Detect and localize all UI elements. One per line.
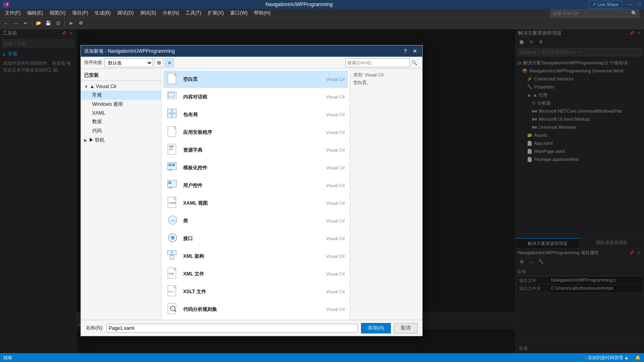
dialog-toolbar: 排序依据: 默认值 ⊞ ≡ 🔍 xyxy=(81,57,422,69)
cancel-button[interactable]: 取消 xyxy=(394,323,417,333)
maximize-button[interactable]: □ xyxy=(638,2,641,7)
toolbar-separator xyxy=(32,20,32,27)
dialog-close-button[interactable]: ✕ xyxy=(411,47,419,55)
template-content-dialog[interactable]: 内容对话框 Visual C# xyxy=(163,88,348,106)
filename-input[interactable] xyxy=(107,324,358,333)
xaml-view-name: XAML 视图 xyxy=(183,200,208,207)
add-button[interactable]: 添加(A) xyxy=(361,323,391,333)
svg-rect-9 xyxy=(172,109,176,113)
status-bar: 就绪 ↑ 添加到源代码管理 ▲ 🔔 xyxy=(0,353,644,362)
save-button[interactable]: 💾 xyxy=(44,19,53,28)
undo-button[interactable]: ↩ xyxy=(21,19,30,28)
xaml-view-icon: XAML xyxy=(166,197,179,210)
svg-rect-15 xyxy=(169,146,174,147)
app-installer-type: Visual C# xyxy=(326,130,345,135)
nav-visual-csharp[interactable]: ▼ ▲ Visual C# xyxy=(81,82,161,90)
xml-schema-icon xyxy=(166,250,179,263)
menu-tools[interactable]: 工具(T) xyxy=(182,9,204,17)
list-view-button[interactable]: ≡ xyxy=(165,58,174,67)
forward-button[interactable]: → xyxy=(11,19,20,28)
svg-rect-35 xyxy=(170,255,174,259)
nav-xaml[interactable]: XAML xyxy=(81,109,161,117)
toolbar-separator-2 xyxy=(64,20,65,27)
dialog-help-button[interactable]: ? xyxy=(401,47,409,55)
templated-control-icon: C# xyxy=(166,161,179,174)
nav-online[interactable]: ▶ ▶ 联机 xyxy=(81,136,161,145)
save-all-button[interactable]: ⊡ xyxy=(54,19,62,28)
class-icon: C# xyxy=(166,214,179,227)
pack-layout-type: Visual C# xyxy=(326,112,345,117)
dialog-title: 添加新项 - NavigationInUWPProgramming xyxy=(84,48,175,55)
template-user-control[interactable]: C# 用户控件 Visual C# xyxy=(163,177,348,194)
grid-view-button[interactable]: ⊞ xyxy=(155,58,163,67)
nav-common-label: 常规 xyxy=(92,92,102,99)
template-templated-control[interactable]: C# 模板化控件 Visual C# xyxy=(163,159,348,177)
toolbar: ← → ↩ 📂 💾 ⊡ ▶ ⚙ xyxy=(0,18,644,29)
desc-type-label: 类型: Visual C# xyxy=(353,72,419,78)
nav-data[interactable]: 数据 xyxy=(81,117,161,126)
minimize-button[interactable]: ─ xyxy=(629,2,632,7)
xaml-view-type: Visual C# xyxy=(326,201,345,206)
menu-bar: 文件(F) 编辑(E) 视图(V) 项目(P) 生成(B) 调试(D) 测试(S… xyxy=(0,9,644,18)
dialog-search-input[interactable] xyxy=(345,58,410,67)
menu-debug[interactable]: 调试(D) xyxy=(114,9,137,17)
svg-rect-11 xyxy=(172,114,176,118)
menu-window[interactable]: 窗口(W) xyxy=(227,9,251,17)
svg-marker-0 xyxy=(4,3,6,6)
template-xaml-view[interactable]: XAML XAML 视图 Visual C# xyxy=(163,194,348,212)
menu-view[interactable]: 视图(V) xyxy=(46,9,69,17)
blank-page-icon xyxy=(166,73,179,86)
back-button[interactable]: ← xyxy=(2,19,10,28)
template-code-analysis[interactable]: ? 代码分析规则集 Visual C# xyxy=(163,300,348,318)
dialog-body: 已安装 ▼ ▲ Visual C# 常规 Windows 通用 XAML xyxy=(81,69,422,320)
template-pack-layout[interactable]: 包布局 Visual C# xyxy=(163,106,348,123)
nav-code[interactable]: 代码 xyxy=(81,126,161,136)
dialog-overlay: 添加新项 - NavigationInUWPProgramming ? ✕ 排序… xyxy=(0,29,644,353)
menu-file[interactable]: 文件(F) xyxy=(2,9,24,17)
settings-btn[interactable]: ⚙ xyxy=(76,19,85,28)
svg-text:XAML: XAML xyxy=(169,202,176,204)
templated-control-name: 模板化控件 xyxy=(183,165,207,171)
template-blank-page[interactable]: 空白页 Visual C# xyxy=(163,70,348,88)
nav-windows-universal-label: Windows 通用 xyxy=(92,101,123,108)
menu-extensions[interactable]: 扩展(X) xyxy=(204,9,227,17)
start-button[interactable]: ▶ xyxy=(67,19,76,28)
menu-project[interactable]: 项目(P) xyxy=(69,9,91,17)
live-share-button[interactable]: ↗ Live Share xyxy=(588,1,622,8)
live-share-icon: ↗ xyxy=(592,2,596,7)
open-button[interactable]: 📂 xyxy=(34,19,43,28)
menu-help[interactable]: 帮助(H) xyxy=(251,9,274,17)
template-interface[interactable]: I 接口 Visual C# xyxy=(163,230,348,247)
menu-test[interactable]: 测试(S) xyxy=(137,9,159,17)
template-list: 空白页 Visual C# xyxy=(161,69,350,320)
menu-analyze[interactable]: 分析(N) xyxy=(159,9,182,17)
dialog-nav: 已安装 ▼ ▲ Visual C# 常规 Windows 通用 XAML xyxy=(81,69,161,320)
resource-dict-name: 资源字典 xyxy=(183,147,202,154)
svg-rect-23 xyxy=(169,181,171,184)
code-analysis-icon: ? xyxy=(166,303,179,316)
template-class[interactable]: C# 类 Visual C# xyxy=(163,212,348,230)
search-input[interactable] xyxy=(553,11,631,16)
nav-common[interactable]: 常规 xyxy=(81,90,161,100)
notification-bell[interactable]: 🔔 xyxy=(635,355,641,360)
svg-rect-19 xyxy=(169,164,171,166)
nav-windows-universal[interactable]: Windows 通用 xyxy=(81,100,161,109)
sort-select[interactable]: 默认值 xyxy=(105,58,153,67)
sort-label: 排序依据: xyxy=(84,60,103,66)
xml-file-name: XML 文件 xyxy=(183,271,204,278)
xml-schema-type: Visual C# xyxy=(326,254,345,259)
template-xml-file[interactable]: XML XML 文件 Visual C# xyxy=(163,265,348,283)
template-resource-dict[interactable]: 资源字典 Visual C# xyxy=(163,141,348,159)
menu-edit[interactable]: 编辑(E) xyxy=(24,9,46,17)
nav-online-label: ▶ 联机 xyxy=(89,137,105,144)
template-app-installer[interactable]: 应用安装程序 Visual C# xyxy=(163,123,348,141)
svg-rect-17 xyxy=(169,149,173,150)
nav-installed-title: 已安装 xyxy=(81,70,161,81)
add-new-item-dialog: 添加新项 - NavigationInUWPProgramming ? ✕ 排序… xyxy=(80,45,423,336)
svg-rect-20 xyxy=(172,164,175,166)
template-xslt-file[interactable]: XSLT XSLT 文件 Visual C# xyxy=(163,283,348,300)
template-xml-schema[interactable]: XML 架构 Visual C# xyxy=(163,247,348,265)
menu-build[interactable]: 生成(B) xyxy=(91,9,114,17)
title-bar: NavigationInUWPProgramming ↗ Live Share … xyxy=(0,0,644,9)
add-to-source-control[interactable]: ↑ 添加到源代码管理 ▲ xyxy=(584,355,629,361)
